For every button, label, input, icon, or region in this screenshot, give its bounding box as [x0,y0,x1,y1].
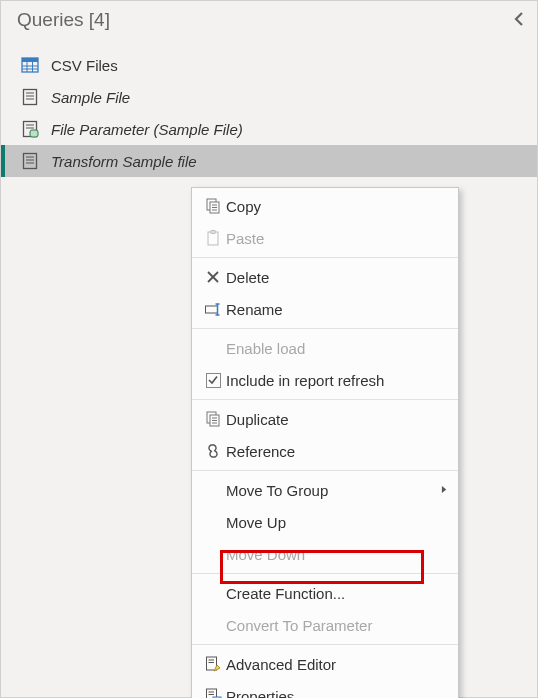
menu-paste: Paste [192,222,458,254]
svg-rect-6 [24,90,37,105]
menu-copy[interactable]: Copy [192,190,458,222]
delete-icon [200,268,226,286]
menu-label: Enable load [226,340,446,357]
pane-header: Queries [4] [1,1,537,39]
menu-label: Include in report refresh [226,372,446,389]
svg-rect-27 [206,306,218,313]
menu-move-down: Move Down [192,538,458,570]
queries-pane: Queries [4] CSV Files Sample File File P… [0,0,538,698]
menu-label: Duplicate [226,411,446,428]
menu-move-up[interactable]: Move Up [192,506,458,538]
query-item-transform-sample[interactable]: Transform Sample file [1,145,537,177]
menu-delete[interactable]: Delete [192,261,458,293]
document-icon [21,88,39,106]
menu-label: Reference [226,443,446,460]
svg-rect-1 [22,58,38,62]
menu-enable-load: Enable load [192,332,458,364]
copy-icon [200,197,226,215]
duplicate-icon [200,410,226,428]
menu-label: Move To Group [226,482,446,499]
query-label: CSV Files [51,57,118,74]
menu-separator [192,257,458,258]
svg-rect-14 [24,154,37,169]
query-item-csv-files[interactable]: CSV Files [1,49,537,81]
menu-create-function[interactable]: Create Function... [192,577,458,609]
menu-duplicate[interactable]: Duplicate [192,403,458,435]
menu-properties[interactable]: Properties... [192,680,458,698]
table-icon [21,56,39,74]
menu-label: Delete [226,269,446,286]
menu-move-to-group[interactable]: Move To Group [192,474,458,506]
submenu-arrow-icon [441,484,448,496]
svg-rect-24 [211,231,216,234]
query-item-sample-file[interactable]: Sample File [1,81,537,113]
menu-separator [192,573,458,574]
rename-icon [200,300,226,318]
svg-rect-13 [30,130,38,137]
reference-icon [200,442,226,460]
menu-label: Properties... [226,688,446,699]
menu-label: Paste [226,230,446,247]
menu-reference[interactable]: Reference [192,435,458,467]
properties-icon [200,687,226,698]
menu-label: Copy [226,198,446,215]
pane-title: Queries [4] [17,9,110,31]
menu-label: Move Down [226,546,446,563]
menu-separator [192,399,458,400]
query-label: File Parameter (Sample File) [51,121,243,138]
parameter-icon [21,120,39,138]
menu-label: Create Function... [226,585,446,602]
menu-label: Rename [226,301,446,318]
menu-separator [192,470,458,471]
checkbox-checked-icon [200,373,226,388]
menu-separator [192,328,458,329]
query-list: CSV Files Sample File File Parameter (Sa… [1,39,537,177]
menu-label: Move Up [226,514,446,531]
menu-separator [192,644,458,645]
menu-rename[interactable]: Rename [192,293,458,325]
query-label: Transform Sample file [51,153,197,170]
advanced-editor-icon [200,655,226,673]
menu-convert-to-parameter: Convert To Parameter [192,609,458,641]
collapse-icon[interactable] [511,11,527,30]
context-menu: Copy Paste Delete Rename Enable load [191,187,459,698]
menu-label: Convert To Parameter [226,617,446,634]
menu-include-refresh[interactable]: Include in report refresh [192,364,458,396]
paste-icon [200,229,226,247]
query-item-file-parameter[interactable]: File Parameter (Sample File) [1,113,537,145]
document-icon [21,152,39,170]
menu-advanced-editor[interactable]: Advanced Editor [192,648,458,680]
query-label: Sample File [51,89,130,106]
menu-label: Advanced Editor [226,656,446,673]
